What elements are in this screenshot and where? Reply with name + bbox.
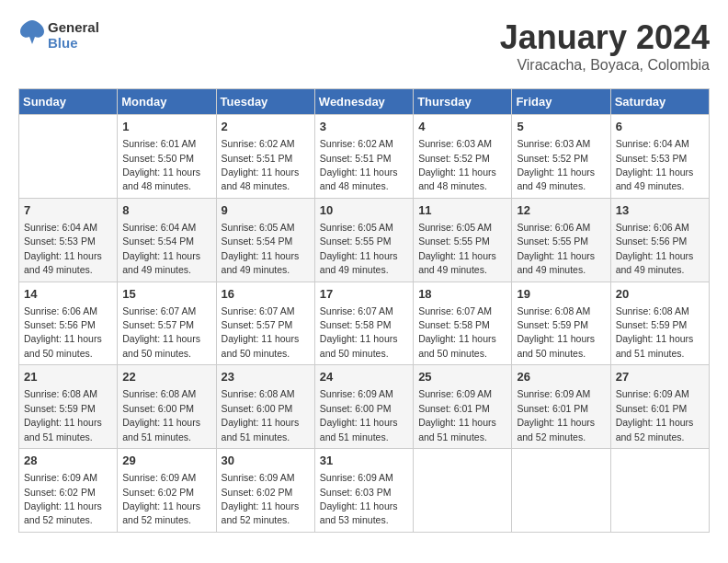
cell-week2-day6: 13 Sunrise: 6:06 AM Sunset: 5:56 PM Dayl…: [610, 198, 709, 282]
sunset-info: Sunset: 6:01 PM: [418, 403, 490, 414]
sunrise-info: Sunrise: 6:07 AM: [320, 305, 393, 316]
daylight-info: Daylight: 11 hours and 52 minutes.: [122, 500, 200, 525]
cell-week2-day4: 11 Sunrise: 6:05 AM Sunset: 5:55 PM Dayl…: [414, 198, 512, 282]
cell-week5-day6: [610, 449, 709, 533]
sunrise-info: Sunrise: 6:08 AM: [222, 388, 295, 399]
sunset-info: Sunset: 6:00 PM: [122, 403, 194, 414]
cell-week4-day1: 22 Sunrise: 6:08 AM Sunset: 6:00 PM Dayl…: [118, 365, 216, 449]
cell-week5-day0: 28 Sunrise: 6:09 AM Sunset: 6:02 PM Dayl…: [19, 449, 118, 533]
cell-week5-day3: 31 Sunrise: 6:09 AM Sunset: 6:03 PM Dayl…: [314, 449, 413, 533]
cell-week4-day3: 24 Sunrise: 6:09 AM Sunset: 6:00 PM Dayl…: [314, 365, 413, 449]
cell-week4-day4: 25 Sunrise: 6:09 AM Sunset: 6:01 PM Dayl…: [414, 365, 512, 449]
sunrise-info: Sunrise: 6:09 AM: [320, 388, 393, 399]
cell-week4-day5: 26 Sunrise: 6:09 AM Sunset: 6:01 PM Dayl…: [512, 365, 610, 449]
sunset-info: Sunset: 5:52 PM: [517, 153, 588, 164]
day-number: 30: [222, 453, 310, 469]
daylight-info: Daylight: 11 hours and 49 minutes.: [122, 250, 200, 275]
sunrise-info: Sunrise: 6:06 AM: [24, 305, 97, 316]
sunset-info: Sunset: 6:02 PM: [222, 487, 293, 498]
sunset-info: Sunset: 5:59 PM: [616, 319, 688, 330]
daylight-info: Daylight: 11 hours and 52 minutes.: [616, 417, 694, 442]
sunset-info: Sunset: 5:53 PM: [24, 236, 96, 247]
cell-week2-day2: 9 Sunrise: 6:05 AM Sunset: 5:54 PM Dayli…: [216, 198, 314, 282]
cell-week3-day5: 19 Sunrise: 6:08 AM Sunset: 5:59 PM Dayl…: [512, 282, 610, 365]
cell-week5-day4: [414, 449, 512, 533]
sunset-info: Sunset: 6:02 PM: [122, 487, 194, 498]
daylight-info: Daylight: 11 hours and 49 minutes.: [320, 250, 398, 275]
week-row-3: 14 Sunrise: 6:06 AM Sunset: 5:56 PM Dayl…: [19, 282, 710, 365]
sunrise-info: Sunrise: 6:09 AM: [24, 472, 97, 483]
sunrise-info: Sunrise: 6:04 AM: [122, 222, 196, 233]
day-number: 2: [222, 119, 310, 135]
sunrise-info: Sunrise: 6:04 AM: [616, 138, 689, 149]
sunset-info: Sunset: 5:58 PM: [320, 319, 392, 330]
sunrise-info: Sunrise: 6:06 AM: [616, 222, 689, 233]
day-number: 22: [122, 369, 210, 385]
day-number: 28: [24, 453, 112, 469]
day-number: 5: [517, 119, 605, 135]
day-number: 10: [320, 202, 408, 219]
day-number: 8: [122, 202, 210, 219]
sunset-info: Sunset: 5:55 PM: [517, 236, 588, 247]
sunrise-info: Sunrise: 6:08 AM: [616, 305, 689, 316]
sunset-info: Sunset: 5:51 PM: [222, 153, 293, 164]
sunrise-info: Sunrise: 6:08 AM: [122, 388, 196, 399]
daylight-info: Daylight: 11 hours and 50 minutes.: [418, 333, 496, 358]
sunset-info: Sunset: 5:54 PM: [122, 236, 194, 247]
sunrise-info: Sunrise: 6:02 AM: [222, 138, 295, 149]
page-header: General Blue January 2024 Viracacha, Boy…: [18, 18, 710, 74]
sunrise-info: Sunrise: 6:07 AM: [418, 305, 492, 316]
day-number: 25: [418, 369, 506, 385]
daylight-info: Daylight: 11 hours and 51 minutes.: [418, 417, 496, 442]
week-row-4: 21 Sunrise: 6:08 AM Sunset: 5:59 PM Dayl…: [19, 365, 710, 449]
cell-week3-day3: 17 Sunrise: 6:07 AM Sunset: 5:58 PM Dayl…: [314, 282, 413, 365]
sunrise-info: Sunrise: 6:08 AM: [24, 388, 97, 399]
day-number: 24: [320, 369, 408, 385]
cell-week2-day5: 12 Sunrise: 6:06 AM Sunset: 5:55 PM Dayl…: [512, 198, 610, 282]
sunset-info: Sunset: 6:03 PM: [320, 487, 392, 498]
location-title: Viracacha, Boyaca, Colombia: [500, 57, 710, 74]
col-sunday: Sunday: [19, 89, 118, 115]
cell-week1-day3: 3 Sunrise: 6:02 AM Sunset: 5:51 PM Dayli…: [314, 115, 413, 199]
logo: General Blue: [18, 18, 99, 52]
col-wednesday: Wednesday: [314, 89, 413, 115]
calendar-header-row: Sunday Monday Tuesday Wednesday Thursday…: [19, 89, 710, 115]
daylight-info: Daylight: 11 hours and 52 minutes.: [222, 500, 300, 525]
sunrise-info: Sunrise: 6:09 AM: [222, 472, 295, 483]
cell-week2-day0: 7 Sunrise: 6:04 AM Sunset: 5:53 PM Dayli…: [19, 198, 118, 282]
day-number: 11: [418, 202, 506, 219]
sunrise-info: Sunrise: 6:03 AM: [517, 138, 590, 149]
sunrise-info: Sunrise: 6:09 AM: [517, 388, 590, 399]
sunset-info: Sunset: 6:01 PM: [616, 403, 688, 414]
day-number: 16: [222, 286, 310, 303]
sunrise-info: Sunrise: 6:09 AM: [320, 472, 393, 483]
daylight-info: Daylight: 11 hours and 53 minutes.: [320, 500, 398, 525]
cell-week1-day6: 6 Sunrise: 6:04 AM Sunset: 5:53 PM Dayli…: [610, 115, 709, 199]
daylight-info: Daylight: 11 hours and 51 minutes.: [122, 417, 200, 442]
daylight-info: Daylight: 11 hours and 49 minutes.: [24, 250, 102, 275]
sunset-info: Sunset: 5:59 PM: [24, 403, 96, 414]
daylight-info: Daylight: 11 hours and 50 minutes.: [320, 333, 398, 358]
sunset-info: Sunset: 5:57 PM: [222, 319, 293, 330]
cell-week3-day2: 16 Sunrise: 6:07 AM Sunset: 5:57 PM Dayl…: [216, 282, 314, 365]
daylight-info: Daylight: 11 hours and 48 minutes.: [418, 167, 496, 191]
daylight-info: Daylight: 11 hours and 49 minutes.: [517, 250, 595, 275]
sunset-info: Sunset: 5:59 PM: [517, 319, 588, 330]
sunset-info: Sunset: 5:53 PM: [616, 153, 688, 164]
week-row-5: 28 Sunrise: 6:09 AM Sunset: 6:02 PM Dayl…: [19, 449, 710, 533]
cell-week1-day1: 1 Sunrise: 6:01 AM Sunset: 5:50 PM Dayli…: [118, 115, 216, 199]
daylight-info: Daylight: 11 hours and 48 minutes.: [122, 167, 200, 191]
cell-week5-day5: [512, 449, 610, 533]
daylight-info: Daylight: 11 hours and 50 minutes.: [24, 333, 102, 358]
cell-week4-day2: 23 Sunrise: 6:08 AM Sunset: 6:00 PM Dayl…: [216, 365, 314, 449]
col-saturday: Saturday: [610, 89, 709, 115]
day-number: 27: [616, 369, 704, 385]
logo-bird-icon: [18, 18, 46, 52]
month-title: January 2024: [500, 18, 710, 57]
sunset-info: Sunset: 6:01 PM: [517, 403, 588, 414]
sunrise-info: Sunrise: 6:07 AM: [122, 305, 196, 316]
daylight-info: Daylight: 11 hours and 49 minutes.: [616, 250, 694, 275]
sunrise-info: Sunrise: 6:05 AM: [320, 222, 393, 233]
day-number: 9: [222, 202, 310, 219]
col-friday: Friday: [512, 89, 610, 115]
